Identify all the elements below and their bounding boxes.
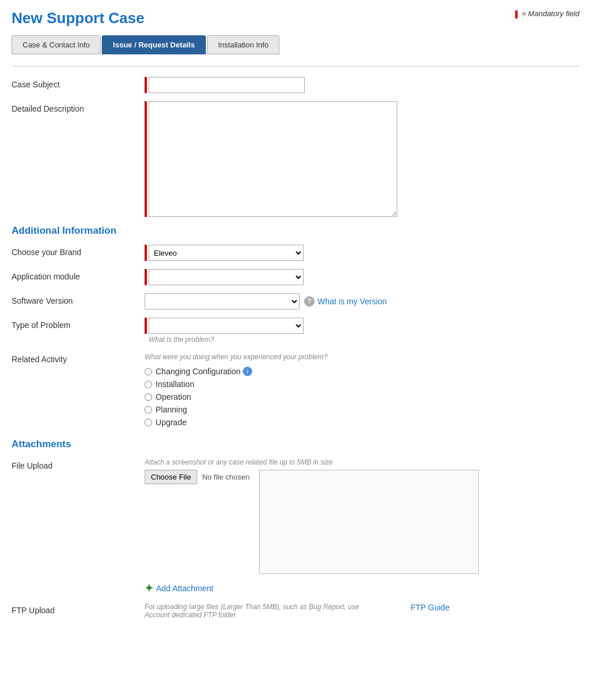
related-activity-row: Related Activity What were you doing whe… — [12, 352, 579, 430]
detailed-description-textarea[interactable] — [149, 101, 397, 217]
software-version-select[interactable] — [145, 293, 300, 310]
radio-item-operation: Operation — [145, 392, 252, 401]
type-of-problem-row: Type of Problem What is the problem? — [12, 318, 579, 344]
file-upload-label: File Upload — [12, 458, 145, 470]
choose-brand-row: Choose your Brand Eleveo Zoom Other — [12, 245, 579, 261]
software-version-label: Software Version — [12, 293, 145, 305]
detailed-description-row: Detailed Description — [12, 101, 579, 217]
detailed-description-control — [145, 101, 579, 217]
additional-info-heading: Additional Information — [12, 225, 579, 237]
application-module-select[interactable] — [149, 269, 304, 285]
file-preview-box — [259, 470, 479, 574]
ftp-upload-label: FTP Upload — [12, 603, 145, 615]
choose-brand-select[interactable]: Eleveo Zoom Other — [149, 245, 304, 261]
case-subject-control — [145, 77, 579, 93]
radio-planning[interactable] — [145, 406, 152, 414]
version-help: ? What is my Version — [304, 296, 387, 307]
choose-brand-label: Choose your Brand — [12, 245, 145, 257]
type-of-problem-hint: What is the problem? — [149, 336, 583, 344]
attachments-heading: Attachments — [12, 439, 579, 450]
ftp-upload-row: FTP Upload For uploading large files (La… — [12, 603, 579, 619]
file-upload-hint: Attach a screenshot or any case related … — [145, 458, 333, 466]
plus-icon: ✦ — [145, 582, 153, 595]
radio-installation[interactable] — [145, 381, 152, 388]
page-title: New Support Case — [12, 9, 145, 27]
radio-upgrade[interactable] — [145, 419, 152, 426]
radio-planning-label: Planning — [156, 405, 187, 414]
mandatory-indicator — [145, 77, 147, 93]
mandatory-bar-icon — [515, 10, 518, 19]
ftp-upload-control: For uploading large files (Larger Than 5… — [145, 603, 579, 619]
tab-installation[interactable]: Installation Info — [207, 35, 279, 54]
application-module-row: Application module — [12, 269, 579, 285]
radio-operation[interactable] — [145, 393, 152, 401]
radio-changing-config[interactable] — [145, 368, 152, 375]
application-module-control — [145, 269, 579, 285]
radio-item-planning: Planning — [145, 405, 252, 414]
radio-installation-label: Installation — [156, 380, 194, 389]
detailed-description-label: Detailed Description — [12, 101, 145, 113]
radio-upgrade-label: Upgrade — [156, 418, 187, 427]
radio-item-upgrade: Upgrade — [145, 418, 252, 427]
related-activity-hint: What were you doing when you experienced… — [145, 353, 579, 361]
case-subject-row: Case Subject — [12, 77, 579, 93]
case-subject-label: Case Subject — [12, 77, 145, 89]
choose-brand-control: Eleveo Zoom Other — [145, 245, 579, 261]
file-upload-row: File Upload Attach a screenshot or any c… — [12, 458, 579, 574]
add-attachment-link[interactable]: Add Attachment — [156, 584, 213, 593]
mandatory-indicator-brand — [145, 245, 147, 261]
no-file-text: No file chosen — [202, 473, 249, 481]
radio-item-installation: Installation — [145, 380, 252, 389]
what-is-my-version-link[interactable]: What is my Version — [317, 297, 387, 306]
file-upload-control: Attach a screenshot or any case related … — [145, 458, 579, 574]
radio-changing-config-label: Changing Configuration — [156, 367, 241, 376]
question-mark-icon: ? — [304, 296, 315, 307]
related-activity-control: What were you doing when you experienced… — [145, 352, 579, 430]
mandatory-indicator-desc — [145, 101, 147, 217]
type-of-problem-select[interactable] — [149, 318, 304, 334]
file-input-row: Choose File No file chosen — [145, 470, 250, 484]
mandatory-indicator-app — [145, 269, 147, 285]
ftp-upload-hint: For uploading large files (Larger Than 5… — [145, 603, 364, 619]
tab-issue-request[interactable]: Issue / Request Details — [102, 35, 206, 54]
related-activity-label: Related Activity — [12, 352, 145, 364]
application-module-label: Application module — [12, 269, 145, 281]
ftp-guide-link[interactable]: FTP Guide — [411, 603, 449, 612]
software-version-control: ? What is my Version — [145, 293, 579, 310]
choose-file-button[interactable]: Choose File — [145, 470, 197, 484]
related-activity-radio-group: Changing Configuration i Installation Op… — [145, 367, 252, 430]
tab-case-contact[interactable]: Case & Contact Info — [12, 35, 101, 54]
case-subject-input[interactable] — [149, 77, 305, 93]
info-icon-changing-config[interactable]: i — [243, 367, 252, 376]
mandatory-note: = Mandatory field — [515, 9, 579, 19]
radio-item-changing-config: Changing Configuration i — [145, 367, 252, 376]
radio-operation-label: Operation — [156, 392, 191, 401]
add-attachment-row: ✦ Add Attachment — [145, 582, 579, 595]
mandatory-indicator-type — [145, 318, 147, 334]
type-of-problem-label: Type of Problem — [12, 318, 145, 330]
tab-bar: Case & Contact Info Issue / Request Deta… — [12, 35, 579, 54]
type-of-problem-control: What is the problem? — [145, 318, 579, 344]
software-version-row: Software Version ? What is my Version — [12, 293, 579, 310]
